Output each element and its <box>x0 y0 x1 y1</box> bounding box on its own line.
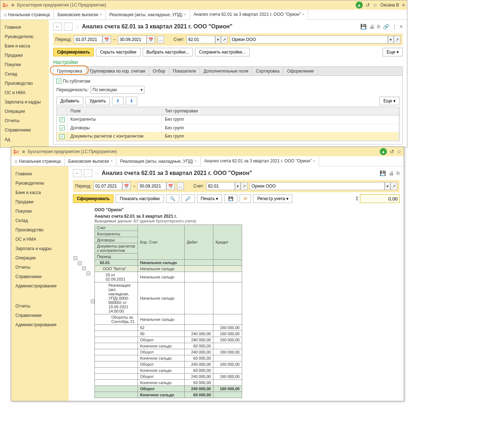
period-label: Период: <box>55 37 71 42</box>
sidebar: ГлавноеРуководителюБанк и кассаПродажиПо… <box>0 20 49 147</box>
settings-tab[interactable]: Показатели <box>169 67 200 75</box>
col-field: Поле <box>68 107 162 115</box>
titlebar: 1℮ ≡ Бухгалтерия предприятия (1С:Предпри… <box>0 0 407 10</box>
sidebar-item[interactable]: Операции <box>0 107 49 116</box>
kebab-icon[interactable]: ⋮ <box>392 24 397 29</box>
close-icon[interactable]: × <box>100 13 102 17</box>
back-button[interactable]: ← <box>53 23 62 31</box>
sidebar-item[interactable]: Отчеты <box>0 116 49 125</box>
sidebar-item[interactable]: Покупки <box>0 60 49 69</box>
date-from-input[interactable] <box>74 36 102 43</box>
row-checkbox[interactable]: ✓ <box>60 117 65 122</box>
star-icon[interactable]: ☆ <box>373 2 378 8</box>
move-down-button[interactable]: ⬇ <box>126 97 137 105</box>
link-icon[interactable]: 🔗 <box>383 24 389 29</box>
by-subaccounts-label: По субсчетам <box>63 79 90 84</box>
account-label: Счет: <box>174 37 184 42</box>
settings-tab[interactable]: Группировка по кор. счетам <box>86 67 149 75</box>
date-to-input[interactable] <box>118 36 147 43</box>
close-icon[interactable]: × <box>184 13 186 17</box>
hide-settings-button[interactable]: Скрыть настройки <box>96 48 140 56</box>
settings-tab[interactable]: Оформление <box>283 67 318 75</box>
sidebar-item[interactable]: Продажи <box>0 51 49 60</box>
move-up-button[interactable]: ⬆ <box>112 97 124 105</box>
settings-tablist: ГруппировкаГруппировка по кор. счетамОтб… <box>54 67 402 76</box>
save-icon[interactable]: 💾 <box>360 24 366 29</box>
bell-icon[interactable]: ▲ <box>356 1 363 9</box>
more-button[interactable]: Еще ▾ <box>383 48 403 56</box>
filterbar: Период: 📅 – 📅 ... Счет: ▾ ↗ <box>53 33 403 46</box>
settings-tab[interactable]: Группировка <box>54 67 86 75</box>
period-picker-button[interactable]: ... <box>157 36 164 43</box>
settings-link[interactable]: Настройки <box>53 59 403 65</box>
tab-bank[interactable]: Банковские выписки× <box>54 10 106 19</box>
tab-realization[interactable]: Реализация (акты, накладные, УПД)× <box>106 10 190 19</box>
titlebar: 1℮ ≡ Бухгалтерия предприятия (1С:Предпри… <box>11 147 404 148</box>
table-row[interactable]: ✓КонтрагентыБез групп <box>57 115 399 124</box>
periodicity-select[interactable]: По месяцам▾ <box>91 86 144 94</box>
sidebar-item[interactable]: Ад <box>0 135 49 144</box>
sidebar-item[interactable]: Зарплата и кадры <box>0 97 49 107</box>
account-input[interactable] <box>186 36 215 43</box>
periodicity-label: Периодичность: <box>56 87 88 92</box>
add-button[interactable]: Добавить <box>56 97 83 105</box>
sidebar-item[interactable]: Главное <box>0 23 49 32</box>
settings-tab[interactable]: Дополнительные поля <box>200 67 253 75</box>
table-row[interactable]: ✓ДоговорыБез групп <box>57 124 399 133</box>
menu-icon[interactable]: ≡ <box>11 2 14 8</box>
grouping-grid: Поле Тип группировки ✓КонтрагентыБез гру… <box>56 107 399 141</box>
user-name[interactable]: Оксана В <box>380 3 399 8</box>
delete-button[interactable]: Удалить <box>85 97 110 105</box>
sidebar-item[interactable]: Производство <box>0 79 49 88</box>
sidebar-item[interactable]: Банк и касса <box>0 41 49 51</box>
settings-tab[interactable]: Сортировка <box>252 67 283 75</box>
open-icon[interactable]: ↗ <box>394 36 401 43</box>
dropdown-icon[interactable]: ▾ <box>215 36 221 43</box>
save-settings-button[interactable]: Сохранить настройки... <box>195 48 250 56</box>
tab-home[interactable]: ⌂Начальная страница <box>0 10 54 19</box>
panel-icon[interactable]: ≡ <box>402 2 405 8</box>
export-icon[interactable]: ⎘ <box>377 24 380 29</box>
open-icon[interactable]: ↗ <box>221 36 228 43</box>
sidebar-item[interactable]: Руководителю <box>0 32 49 41</box>
col-type: Тип группировки <box>162 107 399 115</box>
by-subaccounts-checkbox[interactable]: ✓ <box>56 79 61 84</box>
calendar-icon[interactable]: 📅 <box>102 36 111 43</box>
tabsbar: ⌂Начальная страница Банковские выписки× … <box>0 10 407 20</box>
close-icon[interactable]: × <box>400 24 403 29</box>
tab-analysis[interactable]: Анализ счета 62.01 за 3 квартал 2021 г. … <box>190 10 309 20</box>
more-button[interactable]: Еще ▾ <box>379 97 399 105</box>
history-icon[interactable]: ↺ <box>366 2 370 8</box>
form-button[interactable]: Сформировать <box>53 48 94 56</box>
table-row[interactable]: ✓Документы расчетов с контрагентомБез гр… <box>57 132 399 141</box>
calendar-icon[interactable]: 📅 <box>147 36 155 43</box>
settings-tab[interactable]: Отбор <box>149 67 169 75</box>
row-checkbox[interactable]: ✓ <box>60 134 65 139</box>
choose-settings-button[interactable]: Выбрать настройки... <box>143 48 193 56</box>
print-icon[interactable]: 🖨 <box>369 24 374 29</box>
dropdown-icon[interactable]: ▾ <box>388 36 394 43</box>
forward-button[interactable]: → <box>64 23 73 31</box>
sidebar-item[interactable]: ОС и НМА <box>0 88 49 97</box>
app-title: Бухгалтерия предприятия (1С:Предприятие) <box>17 3 106 8</box>
home-icon: ⌂ <box>4 12 7 17</box>
sidebar-item[interactable]: Склад <box>0 69 49 79</box>
favorite-icon[interactable]: ☆ <box>75 23 80 30</box>
logo-1c: 1℮ <box>3 2 8 8</box>
close-icon[interactable]: × <box>302 13 304 17</box>
row-checkbox[interactable]: ✓ <box>60 125 65 130</box>
org-input[interactable] <box>230 36 388 43</box>
sidebar-item[interactable]: Справочники <box>0 125 49 135</box>
page-title: Анализ счета 62.01 за 3 квартал 2021 г. … <box>82 23 232 30</box>
